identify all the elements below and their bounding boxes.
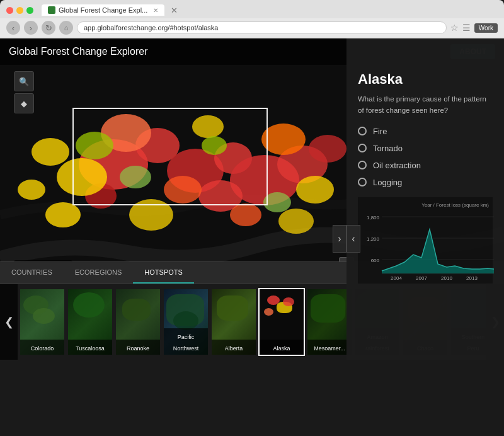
panel-title: Alaska — [358, 71, 493, 88]
svg-point-12 — [261, 123, 306, 155]
search-control-btn[interactable]: 🔍 — [14, 71, 34, 91]
svg-point-14 — [32, 138, 69, 166]
svg-point-20 — [18, 180, 45, 200]
browser-chrome: Global Forest Change Expl... ✕ ✕ ‹ › ↻ ⌂… — [0, 0, 504, 38]
next-arrow-icon: › — [338, 233, 341, 244]
svg-text:1,200: 1,200 — [367, 236, 380, 242]
svg-point-17 — [45, 202, 81, 227]
home-button[interactable]: ⌂ — [59, 21, 73, 35]
star-icon[interactable]: ☆ — [450, 23, 459, 33]
hotspot-item-tuscaloosa[interactable]: Tuscaloosa — [67, 288, 113, 356]
radio-option-tornado[interactable]: Tornado — [358, 144, 493, 153]
radio-oil-label: Oil extraction — [373, 161, 421, 170]
browser-tab[interactable]: Global Forest Change Expl... ✕ — [42, 4, 164, 16]
hotspot-item-colorado[interactable]: Colorado — [19, 288, 66, 356]
maximize-dot[interactable] — [26, 7, 33, 14]
chart-container: Year / Forest loss (square km) 1,800 1,2… — [358, 197, 493, 284]
minimize-dot[interactable] — [16, 7, 23, 14]
url-bar[interactable]: app.globalforestchange.org/#hotspot/alas… — [77, 21, 447, 34]
work-button[interactable]: Work — [474, 23, 498, 33]
tab-title: Global Forest Change Expl... — [59, 6, 147, 14]
svg-text:2010: 2010 — [441, 275, 452, 280]
hotspot-label-pacific-northwest: PacificNorthwest — [173, 334, 199, 352]
chart-label: Year / Forest loss (square km) — [362, 202, 489, 208]
back-button[interactable]: ‹ — [6, 21, 20, 35]
radio-fire — [358, 127, 367, 135]
radio-tornado-label: Tornado — [373, 144, 403, 153]
hotspot-item-pacific-northwest[interactable]: PacificNorthwest — [163, 288, 209, 356]
app-container: Global Forest Change Explorer ABOUT 🔍 ◆ … — [0, 38, 504, 360]
hotspot-label-alberta: Alberta — [225, 345, 243, 352]
tab-ecoregions[interactable]: ECOREGIONS — [64, 262, 134, 284]
radio-tornado — [358, 144, 367, 152]
side-panel: Alaska What is the primary cause of the … — [346, 38, 504, 360]
layers-control-btn[interactable]: ◆ — [14, 93, 34, 113]
refresh-button[interactable]: ↻ — [42, 21, 55, 35]
radio-option-oil[interactable]: Oil extraction — [358, 161, 493, 170]
hotspot-label-alaska: Alaska — [273, 345, 290, 352]
svg-text:2007: 2007 — [416, 275, 427, 280]
tab-close-icon[interactable]: ✕ — [153, 7, 158, 14]
browser-nav: ‹ › ↻ ⌂ app.globalforestchange.org/#hots… — [0, 18, 504, 38]
hotspots-prev-btn[interactable]: ❮ — [0, 284, 18, 360]
map-selection-box — [72, 108, 268, 205]
hotspot-item-mesoamerica[interactable]: Mesoamer... — [306, 288, 353, 356]
tab-countries[interactable]: COUNTRIES — [0, 262, 64, 284]
svg-point-19 — [296, 176, 334, 204]
forward-button[interactable]: › — [24, 21, 38, 35]
menu-icon[interactable]: ☰ — [462, 23, 471, 33]
svg-point-21 — [278, 209, 314, 234]
search-icon: 🔍 — [19, 77, 29, 86]
close-dot[interactable] — [6, 7, 13, 14]
hotspot-item-alberta[interactable]: Alberta — [210, 288, 257, 356]
layers-icon: ◆ — [21, 99, 27, 108]
app-title: Global Forest Change Explorer — [9, 46, 148, 57]
radio-option-logging[interactable]: Logging — [358, 178, 493, 187]
panel-prev-btn[interactable]: ‹ — [346, 225, 360, 253]
chart-y-labels: 1,800 1,200 600 2004 2 — [362, 210, 489, 280]
chart-svg: 1,800 1,200 600 2004 2 — [362, 210, 496, 280]
hotspot-label-roanoke: Roanoke — [127, 345, 149, 352]
prev-arrow-icon: ‹ — [352, 233, 355, 244]
hotspot-label-colorado: Colorado — [31, 345, 54, 352]
svg-point-9 — [309, 135, 346, 163]
hotspot-item-roanoke[interactable]: Roanoke — [115, 288, 161, 356]
radio-logging — [358, 178, 367, 186]
radio-logging-label: Logging — [373, 178, 402, 187]
browser-dots — [6, 7, 33, 14]
map-controls: 🔍 ◆ — [14, 71, 34, 113]
tab-favicon — [48, 6, 55, 14]
tab-hotspots[interactable]: HOTSPOTS — [133, 262, 194, 284]
svg-text:600: 600 — [371, 258, 380, 263]
radio-option-fire[interactable]: Fire — [358, 127, 493, 136]
hotspot-item-alaska[interactable]: Alaska — [258, 288, 305, 356]
radio-oil — [358, 161, 367, 169]
svg-point-13 — [230, 204, 261, 226]
radio-fire-label: Fire — [373, 127, 387, 136]
browser-titlebar: Global Forest Change Expl... ✕ ✕ — [0, 0, 504, 18]
new-tab-btn[interactable]: ✕ — [171, 6, 178, 15]
hotspot-label-tuscaloosa: Tuscaloosa — [76, 345, 105, 352]
panel-next-btn[interactable]: › — [333, 225, 346, 253]
hotspot-label-mesoamerica: Mesoamer... — [314, 345, 345, 352]
svg-text:1,800: 1,800 — [367, 215, 380, 221]
svg-text:2004: 2004 — [391, 275, 402, 280]
panel-question: What is the primary cause of the pattern… — [358, 94, 493, 117]
svg-text:2013: 2013 — [466, 275, 478, 280]
